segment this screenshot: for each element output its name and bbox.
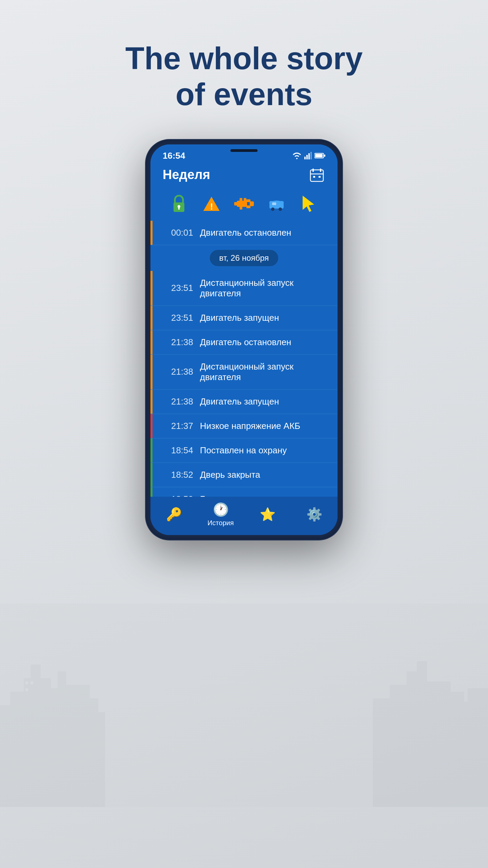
svg-rect-26 bbox=[315, 154, 323, 157]
phone-frame: 16:54 bbox=[146, 140, 342, 540]
svg-rect-22 bbox=[306, 155, 308, 159]
event-bar bbox=[150, 271, 152, 305]
filter-lock[interactable] bbox=[169, 194, 189, 214]
event-text: Двигатель запущен bbox=[200, 396, 279, 407]
event-text: Двигатель запущен bbox=[200, 313, 279, 323]
svg-rect-15 bbox=[407, 671, 424, 807]
gear-icon: ⚙️ bbox=[306, 507, 322, 522]
event-item: 21:38 Двигатель остановлен bbox=[150, 330, 338, 355]
svg-rect-16 bbox=[417, 661, 427, 807]
event-item: 21:37 Низкое напряжение АКБ bbox=[150, 414, 338, 438]
nav-item-key[interactable]: 🔑 bbox=[160, 507, 187, 522]
events-list: 00:01 Двигатель остановлен вт, 26 ноября… bbox=[150, 221, 338, 497]
svg-text:!: ! bbox=[210, 201, 213, 212]
event-time: 00:01 bbox=[156, 228, 193, 238]
svg-rect-28 bbox=[310, 170, 323, 181]
svg-rect-11 bbox=[30, 682, 33, 684]
svg-marker-51 bbox=[303, 196, 314, 212]
svg-rect-5 bbox=[51, 688, 71, 807]
svg-rect-29 bbox=[312, 169, 314, 172]
svg-rect-40 bbox=[234, 202, 238, 205]
svg-rect-33 bbox=[319, 176, 321, 178]
event-text: Дистанционный запуск двигателя bbox=[200, 361, 329, 382]
nav-item-favorites[interactable]: ⭐ bbox=[254, 507, 281, 522]
wifi-icon bbox=[292, 152, 302, 159]
svg-rect-17 bbox=[427, 682, 451, 807]
svg-point-50 bbox=[279, 208, 282, 211]
filter-click[interactable] bbox=[299, 194, 319, 214]
event-text: Багажник закрыт bbox=[200, 494, 269, 497]
history-icon: 🕐 bbox=[213, 502, 229, 517]
status-icons bbox=[292, 152, 325, 159]
nav-item-history[interactable]: 🕐 История bbox=[207, 502, 234, 527]
event-time: 23:51 bbox=[156, 283, 193, 293]
svg-rect-1 bbox=[0, 705, 20, 807]
event-bar bbox=[150, 390, 152, 414]
event-bar bbox=[150, 330, 152, 354]
svg-rect-10 bbox=[25, 682, 28, 684]
event-item: 23:51 Двигатель запущен bbox=[150, 306, 338, 330]
svg-rect-32 bbox=[313, 176, 315, 178]
key-icon: 🔑 bbox=[166, 507, 182, 522]
filter-engine[interactable] bbox=[234, 194, 254, 214]
svg-rect-20 bbox=[468, 688, 488, 807]
event-item: 00:01 Двигатель остановлен bbox=[150, 221, 338, 245]
calendar-icon bbox=[310, 168, 324, 182]
star-icon: ⭐ bbox=[260, 507, 276, 522]
event-bar bbox=[150, 355, 152, 389]
event-bar bbox=[150, 306, 152, 330]
svg-rect-39 bbox=[237, 201, 247, 207]
svg-rect-27 bbox=[324, 155, 325, 157]
svg-rect-36 bbox=[178, 207, 180, 210]
event-bar bbox=[150, 221, 152, 245]
svg-rect-9 bbox=[92, 712, 105, 807]
event-bar bbox=[150, 463, 152, 487]
filter-door[interactable] bbox=[266, 194, 287, 214]
svg-rect-30 bbox=[320, 169, 321, 172]
event-text: Поставлен на охрану bbox=[200, 445, 287, 456]
filter-warning[interactable]: ! bbox=[201, 194, 222, 214]
svg-rect-43 bbox=[250, 201, 254, 206]
calendar-button[interactable] bbox=[308, 166, 325, 183]
event-item: 21:38 Дистанционный запуск двигателя bbox=[150, 355, 338, 390]
phone-screen: 16:54 bbox=[150, 144, 338, 535]
nav-label-history: История bbox=[207, 519, 234, 527]
svg-rect-8 bbox=[81, 698, 98, 807]
svg-point-49 bbox=[271, 208, 274, 211]
svg-rect-6 bbox=[58, 671, 66, 807]
event-bar bbox=[150, 414, 152, 438]
event-time: 21:37 bbox=[156, 421, 193, 431]
svg-rect-12 bbox=[25, 688, 28, 691]
svg-rect-2 bbox=[10, 692, 24, 807]
hero-title: The whole story of events bbox=[125, 41, 363, 113]
event-item: 21:38 Двигатель запущен bbox=[150, 390, 338, 414]
event-item: 18:54 Поставлен на охрану bbox=[150, 438, 338, 463]
svg-rect-19 bbox=[458, 702, 488, 807]
event-time: 21:38 bbox=[156, 367, 193, 377]
event-item: 23:51 Дистанционный запуск двигателя bbox=[150, 271, 338, 306]
svg-rect-18 bbox=[444, 692, 464, 807]
svg-rect-48 bbox=[272, 202, 276, 205]
svg-rect-13 bbox=[373, 698, 393, 807]
svg-rect-7 bbox=[66, 685, 90, 807]
event-time: 18:54 bbox=[156, 445, 193, 456]
svg-rect-45 bbox=[244, 198, 246, 201]
svg-rect-23 bbox=[308, 153, 310, 159]
event-bar bbox=[150, 438, 152, 462]
app-header: Неделя bbox=[150, 164, 338, 189]
event-time: 18:52 bbox=[156, 494, 193, 497]
event-text: Двигатель остановлен bbox=[200, 337, 291, 348]
svg-rect-24 bbox=[310, 152, 312, 159]
svg-rect-44 bbox=[240, 198, 242, 201]
event-text: Дистанционный запуск двигателя bbox=[200, 278, 329, 299]
svg-rect-42 bbox=[246, 205, 250, 208]
filter-row: ! bbox=[150, 189, 338, 221]
status-bar: 16:54 bbox=[150, 144, 338, 164]
event-time: 18:52 bbox=[156, 470, 193, 480]
svg-rect-46 bbox=[240, 206, 242, 210]
nav-item-settings[interactable]: ⚙️ bbox=[301, 507, 328, 522]
event-time: 21:38 bbox=[156, 337, 193, 348]
event-time: 21:38 bbox=[156, 396, 193, 407]
svg-rect-21 bbox=[304, 157, 306, 159]
phone-mockup: 16:54 bbox=[146, 140, 342, 540]
